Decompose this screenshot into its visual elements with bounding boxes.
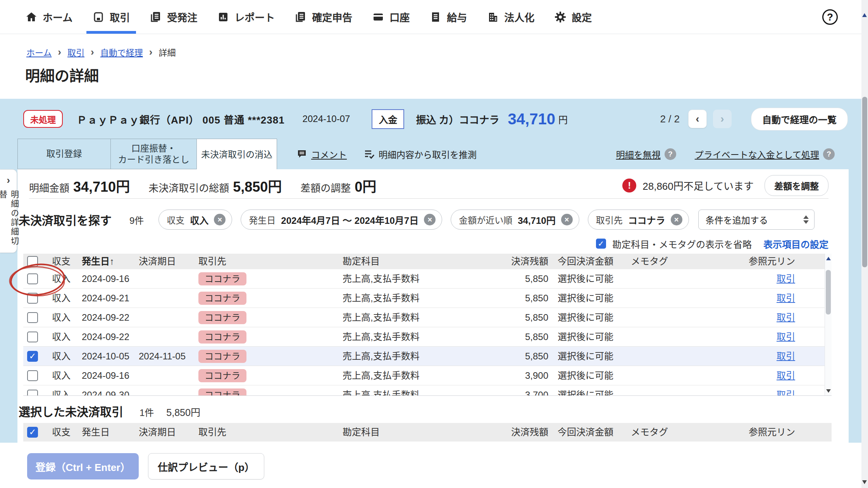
table-row[interactable]: ✓ 収入 2024-10-05 2024-11-05 ココナラ 売上高,支払手数… (23, 347, 832, 366)
page-scrollbar[interactable] (861, 0, 868, 488)
row-checkbox[interactable] (27, 273, 38, 284)
nav-label: 設定 (572, 10, 592, 24)
source-transaction-link[interactable]: 取引 (777, 351, 795, 361)
tab-transfer[interactable]: 口座振替・カード引き落とし (110, 139, 196, 169)
unsettled-table-body: 収入 2024-09-16 ココナラ 売上高,支払手数料 5,850 選択後に可… (23, 269, 832, 396)
tab-settle-unsettled[interactable]: 未決済取引の消込 (196, 139, 277, 170)
scroll-up-icon[interactable] (862, 13, 867, 17)
partner-badge: ココナラ (198, 330, 246, 344)
source-transaction-link[interactable]: 取引 (777, 370, 795, 381)
cell-inout: 収入 (52, 269, 71, 289)
nav-item-accounts[interactable]: 口座 (362, 0, 420, 34)
row-checkbox[interactable] (27, 332, 38, 342)
table-scrollbar[interactable] (825, 254, 832, 396)
scroll-down-icon[interactable] (862, 480, 867, 484)
filter-chip-inout[interactable]: 収支 収入 × (158, 210, 232, 230)
nav-item-reports[interactable]: レポート (207, 0, 285, 34)
source-transaction-link[interactable]: 取引 (777, 390, 795, 396)
table-row[interactable]: 収入 2024-09-21 ココナラ 売上高,支払手数料 5,850 選択後に可… (23, 289, 832, 308)
remove-filter-icon[interactable]: × (671, 214, 682, 225)
row-checkbox[interactable] (27, 390, 38, 396)
comment-link-label: コメント (311, 148, 347, 161)
cell-date: 2024-09-21 (82, 289, 129, 308)
next-page-button[interactable]: › (713, 110, 732, 128)
row-checkbox[interactable] (27, 370, 38, 381)
scrollbar-thumb[interactable] (826, 270, 831, 314)
selected-table-header: ✓ 収支 発生日 決済期日 取引先 勘定科目 決済残額 今回決済金額 メモタグ … (23, 423, 832, 442)
table-row[interactable]: 収入 2024-09-22 ココナラ 売上高,支払手数料 5,850 選択後に可… (23, 327, 832, 347)
filter-chip-amount-sort[interactable]: 金額が近い順 34,710円 × (451, 210, 579, 230)
filter-chip-date-range[interactable]: 発生日 2024年4月7日 ～ 2024年10月7日 × (241, 210, 442, 230)
source-transaction-link[interactable]: 取引 (777, 312, 795, 323)
nav-item-home[interactable]: ホーム (16, 0, 83, 34)
select-all-checkbox[interactable] (27, 256, 38, 267)
row-checkbox[interactable]: ✓ (27, 351, 38, 362)
cell-settle-amount: 選択後に可能 (558, 347, 613, 366)
header-partner: 取引先 (198, 254, 226, 269)
help-icon[interactable]: ? (822, 9, 838, 25)
cell-account: 売上高,支払手数料 (343, 366, 420, 385)
source-transaction-link[interactable]: 取引 (777, 332, 795, 342)
building-icon (487, 11, 499, 23)
row-checkbox[interactable] (27, 312, 38, 323)
table-row[interactable]: 収入 2024-09-30 ココナラ 売上高,支払手数料 3,700 選択後に可… (23, 385, 832, 396)
table-row[interactable]: 収入 2024-09-22 ココナラ 売上高,支払手数料 5,850 選択後に可… (23, 308, 832, 327)
row-checkbox[interactable] (27, 293, 38, 304)
journal-preview-button[interactable]: 仕訳プレビュー（p） (148, 453, 264, 479)
source-transaction-link[interactable]: 取引 (777, 293, 795, 303)
table-row[interactable]: 収入 2024-09-16 ココナラ 売上高,支払手数料 3,900 選択後に可… (23, 366, 832, 385)
ignore-statement-link[interactable]: 明細を無視 ? (616, 148, 676, 161)
header-inout: 収支 (52, 254, 71, 269)
remove-filter-icon[interactable]: × (561, 214, 573, 225)
adjust-difference-button[interactable]: 差額を調整 (765, 175, 828, 196)
tab-bar: 取引登録 口座振替・カード引き落とし 未決済取引の消込 コメント 明細内容から取… (17, 139, 849, 169)
register-button[interactable]: 登録（Ctrl + Enter） (27, 453, 139, 479)
nav-item-settings[interactable]: 設定 (544, 0, 602, 34)
add-condition-select[interactable]: 条件を追加する (698, 210, 815, 230)
selected-section-title-row: 選択した未決済取引 1件 5,850円 (19, 402, 200, 419)
scroll-down-icon[interactable] (826, 389, 831, 393)
scroll-up-icon[interactable] (826, 257, 831, 260)
summary-statement-amount: 明細金額 34,710円 (29, 175, 130, 196)
scrollbar-thumb[interactable] (862, 97, 867, 267)
header-settle-amount: 今回決済金額 (558, 423, 613, 442)
comment-link[interactable]: コメント (297, 148, 347, 161)
sort-asc-icon: ↑ (110, 256, 114, 266)
remove-filter-icon[interactable]: × (214, 214, 226, 225)
cell-inout: 収入 (52, 308, 71, 327)
header-date[interactable]: 発生日↑ (82, 254, 114, 269)
remove-filter-icon[interactable]: × (424, 214, 436, 225)
chevron-right-icon: › (720, 113, 724, 125)
nav-item-payroll[interactable]: 給与 (420, 0, 477, 34)
page-indicator: 2 / 2 (660, 113, 680, 125)
private-deposit-link[interactable]: プライベートな入金として処理 ? (695, 148, 835, 161)
tab-register-transaction[interactable]: 取引登録 (17, 139, 110, 169)
question-icon[interactable]: ? (823, 148, 835, 160)
breadcrumb-home[interactable]: ホーム (26, 46, 52, 58)
nav-item-orders[interactable]: 受発注 (140, 0, 207, 34)
breadcrumb-transactions[interactable]: 取引 (67, 46, 84, 58)
selected-select-all-checkbox[interactable]: ✓ (27, 427, 38, 438)
shortage-alert: ! 28,860円不足しています 差額を調整 (622, 175, 828, 196)
cell-account: 売上高,支払手数料 (343, 269, 420, 289)
statement-amount-unit: 円 (558, 112, 568, 126)
prev-page-button[interactable]: ‹ (688, 110, 707, 128)
cell-date: 2024-09-16 (82, 269, 129, 289)
display-settings-link[interactable]: 表示項目の設定 (763, 237, 828, 251)
source-transaction-link[interactable]: 取引 (777, 273, 795, 284)
breadcrumb-current: 詳細 (158, 46, 176, 58)
auto-accounting-list-button[interactable]: 自動で経理の一覧 (751, 108, 848, 131)
nav-item-transactions[interactable]: 取引 (83, 0, 140, 34)
breadcrumb-auto-accounting[interactable]: 自動で経理 (100, 46, 143, 58)
header-memo-tags: メモタグ (631, 423, 668, 442)
filter-chip-partner[interactable]: 取引先 ココナラ × (588, 210, 689, 230)
summary-label: 未決済取引の総額 (148, 180, 229, 194)
deposit-badge: 入金 (372, 109, 404, 129)
detail-switch-panel[interactable]: › 明細の詳細切替 (0, 169, 17, 253)
question-icon[interactable]: ? (665, 148, 676, 160)
omit-account-memo-checkbox[interactable]: ✓ (596, 239, 606, 249)
guess-transaction-link[interactable]: 明細内容から取引を推測 (364, 148, 477, 161)
nav-item-incorporation[interactable]: 法人化 (477, 0, 544, 34)
table-row[interactable]: 収入 2024-09-16 ココナラ 売上高,支払手数料 5,850 選択後に可… (23, 269, 832, 289)
nav-item-tax-return[interactable]: 確定申告 (285, 0, 362, 34)
